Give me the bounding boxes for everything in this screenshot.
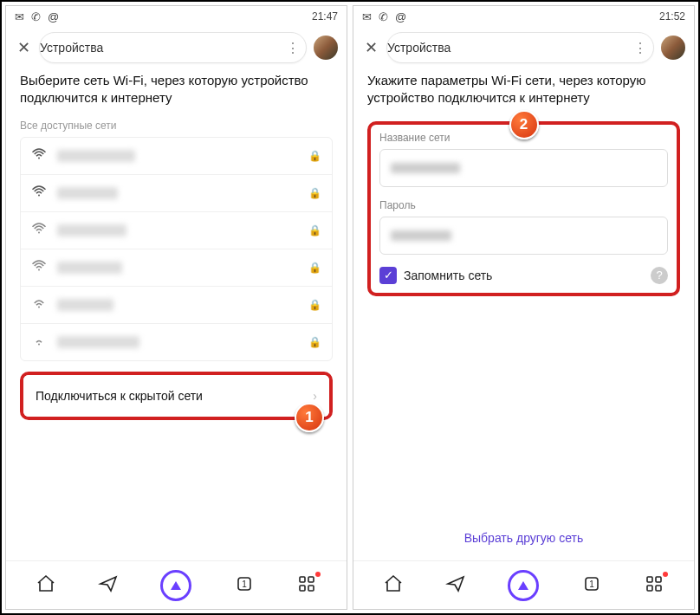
whatsapp-icon: ✆ — [31, 10, 41, 23]
wifi-item[interactable]: 🔒 — [21, 212, 332, 249]
svg-rect-17 — [656, 586, 661, 591]
wifi-list: 🔒 🔒 🔒 🔒 🔒 — [20, 137, 333, 361]
header-title: Устройства — [387, 41, 450, 55]
wifi-icon — [31, 297, 47, 313]
callout-badge: 1 — [295, 403, 324, 432]
wifi-ssid-blurred — [57, 336, 139, 348]
status-time: 21:52 — [659, 10, 685, 23]
wifi-item[interactable]: 🔒 — [21, 287, 332, 324]
at-icon: @ — [395, 10, 406, 23]
wifi-item[interactable]: 🔒 — [21, 249, 332, 287]
nav-alice[interactable] — [160, 570, 191, 601]
svg-rect-11 — [308, 586, 314, 591]
lock-icon: 🔒 — [308, 224, 321, 236]
svg-point-5 — [38, 343, 40, 345]
svg-rect-8 — [300, 577, 305, 582]
alice-icon — [518, 581, 528, 590]
password-blurred-value — [391, 230, 451, 241]
nav-send[interactable] — [445, 573, 466, 598]
wifi-icon — [31, 223, 47, 238]
svg-text:1: 1 — [589, 579, 594, 589]
password-input[interactable] — [379, 217, 668, 255]
chevron-right-icon: › — [313, 389, 317, 403]
svg-rect-9 — [308, 577, 314, 582]
notification-dot — [315, 572, 321, 577]
remember-checkbox[interactable]: ✓ — [379, 267, 397, 284]
svg-point-2 — [38, 231, 40, 233]
wifi-item[interactable]: 🔒 — [21, 324, 332, 360]
status-icons: ✉ ✆ @ — [15, 10, 59, 23]
wifi-item[interactable]: 🔒 — [21, 138, 332, 175]
nav-menu[interactable] — [644, 573, 664, 598]
ssid-input[interactable] — [379, 149, 668, 187]
kebab-icon[interactable]: ⋮ — [633, 40, 653, 56]
status-icons: ✉ ✆ @ — [362, 10, 406, 23]
wifi-ssid-blurred — [57, 262, 122, 274]
at-icon: @ — [48, 10, 59, 23]
header: ✕ Устройства ⋮ — [353, 27, 694, 72]
connect-hidden-network-button[interactable]: Подключиться к скрытой сети › — [23, 375, 329, 417]
header: ✕ Устройства ⋮ — [6, 27, 347, 72]
nav-menu[interactable] — [296, 573, 317, 598]
mail-icon: ✉ — [362, 10, 372, 23]
svg-rect-14 — [647, 577, 652, 582]
avatar[interactable] — [661, 36, 685, 60]
right-screen: ✉ ✆ @ 21:52 ✕ Устройства ⋮ Укажите парам… — [353, 5, 695, 610]
hidden-network-label: Подключиться к скрытой сети — [36, 389, 203, 403]
mail-icon: ✉ — [15, 10, 24, 23]
close-icon[interactable]: ✕ — [15, 39, 32, 56]
alice-icon — [171, 581, 181, 590]
kebab-icon[interactable]: ⋮ — [286, 40, 306, 56]
section-label: Все доступные сети — [20, 120, 333, 132]
notification-dot — [663, 572, 668, 577]
nav-home[interactable] — [36, 573, 56, 598]
svg-point-3 — [38, 269, 40, 270]
svg-point-0 — [38, 157, 40, 159]
wifi-icon — [31, 185, 47, 201]
wifi-item[interactable]: 🔒 — [21, 175, 332, 212]
nav-home[interactable] — [383, 573, 404, 598]
svg-rect-10 — [300, 586, 305, 591]
callout-badge: 2 — [509, 110, 539, 139]
bottom-nav: 1 — [6, 560, 347, 609]
choose-other-network-link[interactable]: Выбрать другую сеть — [367, 531, 680, 560]
content: Выберите сеть Wi-Fi, через которую устро… — [6, 72, 347, 560]
wifi-ssid-blurred — [57, 150, 135, 162]
header-pill[interactable]: Устройства ⋮ — [39, 32, 307, 63]
lock-icon: 🔒 — [308, 336, 321, 348]
lock-icon: 🔒 — [308, 150, 321, 162]
svg-rect-16 — [647, 586, 652, 591]
avatar[interactable] — [314, 36, 338, 60]
status-bar: ✉ ✆ @ 21:47 — [6, 6, 347, 27]
nav-tabs[interactable]: 1 — [234, 573, 255, 598]
wifi-icon — [31, 334, 47, 350]
nav-tabs[interactable]: 1 — [581, 573, 602, 598]
remember-label: Запомнить сеть — [404, 269, 492, 282]
svg-text:1: 1 — [242, 579, 247, 589]
lock-icon: 🔒 — [308, 262, 321, 274]
wifi-icon — [31, 148, 47, 164]
lock-icon: 🔒 — [308, 187, 321, 199]
content: Укажите параметры Wi-Fi сети, через кото… — [353, 72, 694, 560]
svg-point-1 — [38, 194, 40, 196]
nav-send[interactable] — [98, 573, 119, 598]
wifi-ssid-blurred — [57, 299, 113, 311]
nav-alice[interactable] — [508, 570, 539, 601]
page-heading: Выберите сеть Wi-Fi, через которую устро… — [20, 72, 333, 107]
page-heading: Укажите параметры Wi-Fi сети, через кото… — [367, 72, 680, 107]
header-title: Устройства — [40, 41, 103, 55]
status-time: 21:47 — [312, 10, 338, 23]
lock-icon: 🔒 — [308, 299, 321, 311]
hidden-network-highlight: Подключиться к скрытой сети › 1 — [20, 372, 333, 420]
remember-row: ✓ Запомнить сеть ? — [379, 267, 668, 284]
whatsapp-icon: ✆ — [379, 10, 388, 23]
wifi-ssid-blurred — [57, 224, 126, 236]
ssid-blurred-value — [391, 163, 460, 173]
help-icon[interactable]: ? — [651, 267, 668, 284]
status-bar: ✉ ✆ @ 21:52 — [353, 6, 694, 27]
close-icon[interactable]: ✕ — [362, 39, 379, 56]
header-pill[interactable]: Устройства ⋮ — [386, 32, 654, 63]
wifi-ssid-blurred — [57, 187, 118, 199]
password-label: Пароль — [379, 199, 668, 211]
wifi-icon — [31, 260, 47, 275]
